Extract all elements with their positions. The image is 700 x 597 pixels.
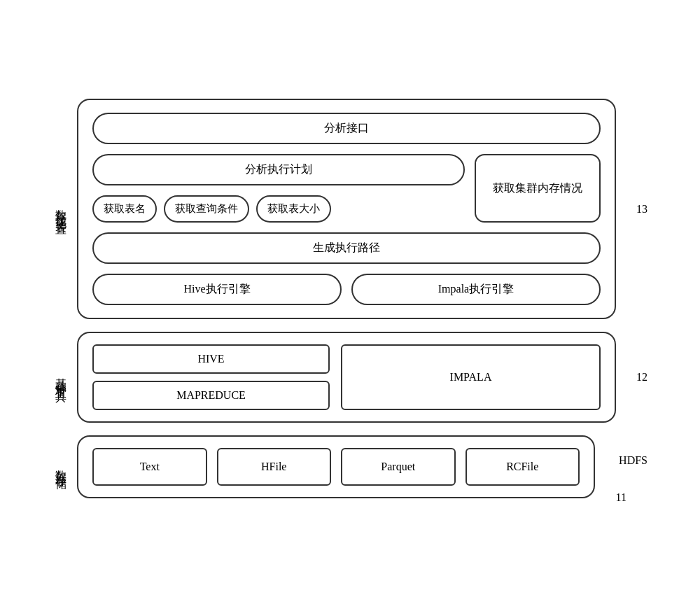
rcfile-box: RCFile: [465, 448, 580, 486]
layer-12-wrapper: 基础分析工具 HIVE MAPREDUCE IMPALA 12: [49, 332, 616, 423]
analysis-interface-pill: 分析接口: [92, 113, 601, 144]
layer-13: 数据优化装置 分析接口 分析执行计划 获取表名 获取查询条件 获取表大小 获取集…: [49, 99, 616, 319]
layer-11-label: 数据存储: [49, 435, 77, 498]
hive-box: HIVE: [92, 344, 330, 374]
layer-11-box: Text HFile Parquet RCFile: [77, 435, 595, 498]
layer-12-number: 12: [636, 371, 648, 384]
layer-11: 数据存储 Text HFile Parquet RCFile: [49, 435, 595, 498]
generate-path-pill: 生成执行路径: [92, 232, 601, 264]
left-section: 分析执行计划 获取表名 获取查询条件 获取表大小: [92, 154, 465, 223]
layer-12-box: HIVE MAPREDUCE IMPALA: [77, 332, 616, 423]
hive-mapreduce-col: HIVE MAPREDUCE: [92, 344, 330, 410]
cluster-memory-box: 获取集群内存情况: [475, 154, 601, 223]
mapreduce-box: MAPREDUCE: [92, 381, 330, 410]
get-table-name-pill: 获取表名: [92, 195, 157, 223]
main-container: 数据优化装置 分析接口 分析执行计划 获取表名 获取查询条件 获取表大小 获取集…: [35, 85, 665, 512]
layer-13-wrapper: 数据优化装置 分析接口 分析执行计划 获取表名 获取查询条件 获取表大小 获取集…: [49, 99, 616, 319]
text-box: Text: [92, 448, 207, 486]
parquet-box: Parquet: [341, 448, 456, 486]
layer-13-box: 分析接口 分析执行计划 获取表名 获取查询条件 获取表大小 获取集群内存情况 生…: [77, 99, 616, 319]
hdfs-label: HDFS: [619, 454, 648, 467]
get-table-size-pill: 获取表大小: [256, 195, 331, 223]
layer-12-label: 基础分析工具: [49, 332, 77, 423]
hive-engine-pill: Hive执行引擎: [92, 274, 342, 305]
impala-box: IMPALA: [341, 344, 601, 410]
plan-memory-row: 分析执行计划 获取表名 获取查询条件 获取表大小 获取集群内存情况: [92, 154, 601, 223]
impala-engine-pill: Impala执行引擎: [351, 274, 601, 305]
layer-13-number: 13: [636, 203, 648, 216]
get-query-condition-pill: 获取查询条件: [164, 195, 249, 223]
layer-12: 基础分析工具 HIVE MAPREDUCE IMPALA: [49, 332, 616, 423]
layer-11-number: 11: [616, 491, 626, 504]
engines-row: Hive执行引擎 Impala执行引擎: [92, 274, 601, 305]
layer-11-wrapper: 数据存储 Text HFile Parquet RCFile HDFS 11: [49, 435, 595, 498]
execution-plan-pill: 分析执行计划: [92, 154, 465, 185]
hfile-box: HFile: [217, 448, 332, 486]
layer-13-label: 数据优化装置: [49, 99, 77, 319]
small-pills-row: 获取表名 获取查询条件 获取表大小: [92, 195, 465, 223]
